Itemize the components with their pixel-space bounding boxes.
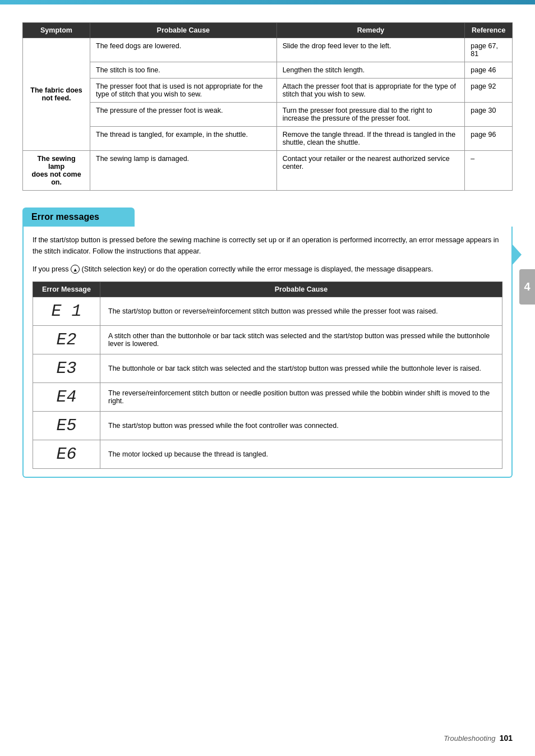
error-code-e2: E2 <box>33 326 100 354</box>
error-row-e6: E6 The motor locked up because the threa… <box>33 440 502 469</box>
error-row-e1: E 1 The start/stop button or reverse/rei… <box>33 297 502 326</box>
error-intro-text1: If the start/stop button is pressed befo… <box>33 234 502 257</box>
table-row: The pressure of the presser foot is weak… <box>23 103 513 127</box>
remedy-cell: Turn the presser foot pressure dial to t… <box>276 103 465 127</box>
error-code-e3: E3 <box>33 354 100 383</box>
reference-cell: page 67, 81 <box>465 38 513 62</box>
cause-cell: The stitch is too fine. <box>90 62 277 79</box>
section-arrow-decoration <box>511 243 522 266</box>
stitch-key-icon: ▲ <box>71 265 80 274</box>
error-col-header-message: Error Message <box>33 282 100 297</box>
error-cause-e2: A stitch other than the buttonhole or ba… <box>100 326 502 354</box>
table-row: The sewing lampdoes not come on. The sew… <box>23 151 513 191</box>
col-header-symptom: Symptom <box>23 23 90 38</box>
main-content: Symptom Probable Cause Remedy Reference … <box>22 11 513 478</box>
reference-cell: page 46 <box>465 62 513 79</box>
col-header-reference: Reference <box>465 23 513 38</box>
error-section-body: If the start/stop button is pressed befo… <box>22 227 513 478</box>
reference-cell: – <box>465 151 513 191</box>
remedy-cell: Lengthen the stitch length. <box>276 62 465 79</box>
error-col-header-cause: Probable Cause <box>100 282 502 297</box>
error-cause-e5: The start/stop button was pressed while … <box>100 412 502 440</box>
error-code-e5: E5 <box>33 412 100 440</box>
table-row: The thread is tangled, for example, in t… <box>23 127 513 151</box>
remedy-cell: Attach the presser foot that is appro­pr… <box>276 79 465 103</box>
table-row: The stitch is too fine. Lengthen the sti… <box>23 62 513 79</box>
error-row-e4: E4 The reverse/reinforcement stitch butt… <box>33 383 502 412</box>
page-footer: Troubleshooting 101 <box>444 734 513 743</box>
chapter-number: 4 <box>524 280 530 293</box>
cause-cell: The presser foot that is used is not app… <box>90 79 277 103</box>
error-cause-e4: The reverse/reinforcement stitch button … <box>100 383 502 412</box>
remedy-cell: Remove the tangle thread. If the thread … <box>276 127 465 151</box>
symptom-cell-fabric: The fabric doesnot feed. <box>23 38 90 151</box>
page-number: 101 <box>500 734 513 743</box>
troubleshooting-table: Symptom Probable Cause Remedy Reference … <box>22 22 513 191</box>
cause-cell: The feed dogs are lowered. <box>90 38 277 62</box>
error-intro-text2: If you press ▲ (Stitch selection key) or… <box>33 264 502 275</box>
error-row-e3: E3 The buttonhole or bar tack stitch was… <box>33 354 502 383</box>
cause-cell: The sewing lamp is damaged. <box>90 151 277 191</box>
error-code-e6: E6 <box>33 440 100 469</box>
col-header-remedy: Remedy <box>276 23 465 38</box>
error-code-e4: E4 <box>33 383 100 412</box>
table-row: The fabric doesnot feed. The feed dogs a… <box>23 38 513 62</box>
error-section-heading: Error messages <box>22 208 135 227</box>
symptom-cell-lamp: The sewing lampdoes not come on. <box>23 151 90 191</box>
remedy-cell: Contact your retailer or the nearest aut… <box>276 151 465 191</box>
reference-cell: page 30 <box>465 103 513 127</box>
error-row-e5: E5 The start/stop button was pressed whi… <box>33 412 502 440</box>
error-cause-e3: The buttonhole or bar tack stitch was se… <box>100 354 502 383</box>
footer-label: Troubleshooting <box>444 734 495 743</box>
col-header-cause: Probable Cause <box>90 23 277 38</box>
table-row: The presser foot that is used is not app… <box>23 79 513 103</box>
error-row-e2: E2 A stitch other than the buttonhole or… <box>33 326 502 354</box>
cause-cell: The pressure of the presser foot is weak… <box>90 103 277 127</box>
chapter-tab: 4 <box>519 269 535 305</box>
remedy-cell: Slide the drop feed lever to the left. <box>276 38 465 62</box>
top-decorative-bar <box>0 0 535 4</box>
error-messages-table: Error Message Probable Cause E 1 The sta… <box>33 282 502 469</box>
cause-cell: The thread is tangled, for example, in t… <box>90 127 277 151</box>
error-section-container: Error messages If the start/stop button … <box>22 208 513 478</box>
error-cause-e1: The start/stop button or reverse/reinfor… <box>100 297 502 326</box>
reference-cell: page 92 <box>465 79 513 103</box>
error-cause-e6: The motor locked up because the thread i… <box>100 440 502 469</box>
reference-cell: page 96 <box>465 127 513 151</box>
error-code-e1: E 1 <box>33 297 100 326</box>
